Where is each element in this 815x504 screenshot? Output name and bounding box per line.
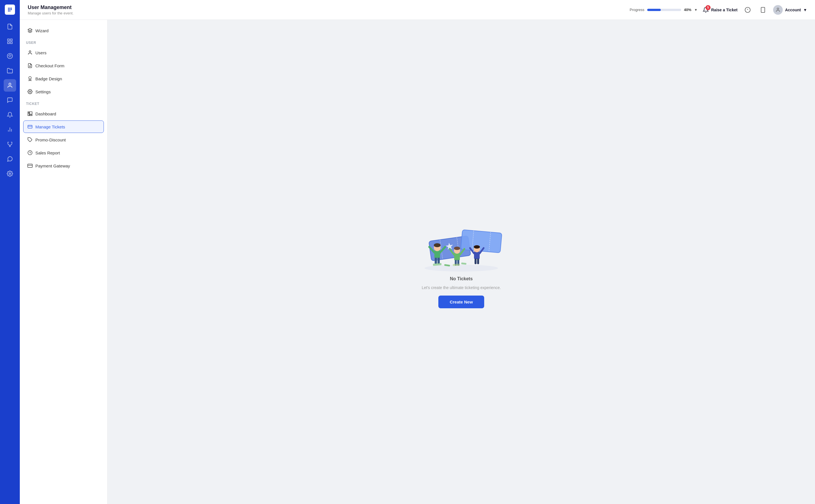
chat-icon[interactable] bbox=[4, 94, 16, 106]
svg-rect-1 bbox=[10, 39, 12, 41]
sales-report-icon bbox=[27, 150, 33, 155]
svg-rect-27 bbox=[28, 125, 32, 128]
mobile-preview-button[interactable] bbox=[758, 5, 768, 15]
sidebar-item-checkout-form[interactable]: Checkout Form bbox=[23, 59, 104, 72]
empty-illustration bbox=[413, 216, 510, 272]
empty-state: No Tickets Let's create the ultimate tic… bbox=[413, 216, 510, 308]
svg-point-17 bbox=[777, 8, 779, 10]
svg-point-59 bbox=[474, 245, 480, 249]
sidebar-item-promo-discount[interactable]: Promo-Discount bbox=[23, 133, 104, 146]
trophy-icon[interactable] bbox=[4, 138, 16, 150]
sidebar-item-badge-design[interactable]: Badge Design bbox=[23, 72, 104, 85]
sidebar-item-payment-gateway[interactable]: Payment Gateway bbox=[23, 160, 104, 172]
grid-icon[interactable] bbox=[4, 35, 16, 48]
svg-rect-57 bbox=[474, 251, 480, 259]
page-subtitle: Manage users for the event. bbox=[28, 11, 74, 15]
empty-subtitle: Let's create the ultimate ticketing expe… bbox=[422, 285, 501, 290]
progress-percent: 40% bbox=[684, 8, 691, 12]
raise-ticket-bell: 5 bbox=[703, 7, 709, 13]
svg-point-5 bbox=[9, 83, 11, 85]
icon-rail bbox=[0, 0, 20, 504]
sidebar: Wizard User Users Checkout Form Badge De… bbox=[20, 20, 107, 504]
sidebar-item-settings[interactable]: Settings bbox=[23, 85, 104, 98]
sidebar-item-wizard[interactable]: Wizard bbox=[23, 24, 104, 37]
bell-rail-icon[interactable] bbox=[4, 109, 16, 121]
sidebar-item-label: Promo-Discount bbox=[35, 137, 66, 142]
user-rail-icon[interactable] bbox=[4, 79, 16, 92]
svg-rect-0 bbox=[8, 39, 9, 41]
info-button[interactable] bbox=[743, 5, 753, 15]
sidebar-item-label: Wizard bbox=[35, 28, 49, 33]
progress-dropdown-icon[interactable]: ▼ bbox=[694, 8, 698, 12]
chart-icon[interactable] bbox=[4, 123, 16, 136]
wizard-icon bbox=[27, 28, 33, 33]
svg-point-52 bbox=[454, 247, 460, 250]
settings-icon bbox=[27, 89, 33, 94]
empty-title: No Tickets bbox=[450, 276, 473, 281]
folder-icon[interactable] bbox=[4, 64, 16, 77]
sidebar-item-label: Users bbox=[35, 50, 46, 55]
svg-rect-47 bbox=[438, 258, 440, 264]
progress-bar-track bbox=[647, 9, 681, 11]
svg-rect-25 bbox=[30, 112, 32, 114]
account-button[interactable]: Account ▼ bbox=[773, 5, 807, 15]
svg-point-45 bbox=[434, 243, 441, 247]
sidebar-item-label: Dashboard bbox=[35, 111, 56, 116]
sidebar-item-label: Settings bbox=[35, 89, 51, 94]
svg-rect-50 bbox=[454, 253, 460, 260]
svg-rect-24 bbox=[28, 113, 29, 116]
raise-ticket-button[interactable]: 5 Raise a Ticket bbox=[703, 7, 737, 13]
message-icon[interactable] bbox=[4, 153, 16, 165]
svg-rect-31 bbox=[28, 164, 33, 167]
promo-icon bbox=[27, 137, 33, 142]
sidebar-item-label: Checkout Form bbox=[35, 63, 64, 68]
svg-rect-61 bbox=[477, 259, 479, 264]
settings-rail-icon[interactable] bbox=[4, 167, 16, 180]
svg-rect-46 bbox=[435, 258, 437, 264]
manage-tickets-icon bbox=[27, 124, 33, 129]
progress-bar-fill bbox=[647, 9, 661, 11]
palette-icon[interactable] bbox=[4, 50, 16, 62]
svg-rect-39 bbox=[461, 230, 502, 253]
document-icon[interactable] bbox=[4, 20, 16, 33]
svg-rect-26 bbox=[30, 115, 32, 116]
avatar bbox=[773, 5, 783, 15]
app-logo[interactable] bbox=[5, 5, 15, 15]
header-right: Progress 40% ▼ 5 Raise a Ticket bbox=[630, 5, 807, 15]
user-section-label: User bbox=[23, 37, 104, 46]
raise-ticket-label: Raise a Ticket bbox=[711, 8, 737, 12]
sidebar-item-label: Badge Design bbox=[35, 76, 62, 81]
main-content: No Tickets Let's create the ultimate tic… bbox=[107, 20, 815, 504]
svg-rect-23 bbox=[28, 112, 29, 113]
badge-design-icon bbox=[27, 76, 33, 81]
sidebar-item-manage-tickets[interactable]: Manage Tickets bbox=[23, 120, 104, 133]
sidebar-item-dashboard[interactable]: Dashboard bbox=[23, 107, 104, 120]
svg-point-18 bbox=[29, 51, 31, 52]
svg-rect-66 bbox=[453, 264, 460, 266]
account-dropdown-icon: ▼ bbox=[803, 8, 807, 12]
page-title: User Management bbox=[28, 5, 74, 10]
account-label: Account bbox=[785, 8, 801, 12]
sidebar-item-label: Payment Gateway bbox=[35, 163, 70, 168]
dashboard-icon bbox=[27, 111, 33, 116]
svg-point-4 bbox=[7, 53, 12, 59]
sidebar-item-label: Sales Report bbox=[35, 150, 60, 155]
svg-rect-60 bbox=[475, 259, 477, 264]
main-wrapper: User Management Manage users for the eve… bbox=[20, 0, 815, 504]
sidebar-item-sales-report[interactable]: Sales Report bbox=[23, 147, 104, 159]
create-new-button[interactable]: Create New bbox=[438, 296, 484, 308]
ticket-section-label: Ticket bbox=[23, 98, 104, 107]
checkout-form-icon bbox=[27, 63, 33, 68]
svg-point-22 bbox=[29, 91, 31, 92]
svg-rect-67 bbox=[461, 262, 467, 265]
users-icon bbox=[27, 50, 33, 55]
progress-label: Progress bbox=[630, 8, 644, 12]
svg-point-11 bbox=[9, 173, 11, 175]
progress-section: Progress 40% ▼ bbox=[630, 8, 698, 12]
svg-point-21 bbox=[29, 77, 31, 79]
header-title: User Management Manage users for the eve… bbox=[28, 5, 74, 15]
ticket-badge-count: 5 bbox=[706, 5, 711, 10]
sidebar-item-users[interactable]: Users bbox=[23, 46, 104, 59]
svg-rect-2 bbox=[8, 42, 9, 44]
payment-icon bbox=[27, 163, 33, 168]
